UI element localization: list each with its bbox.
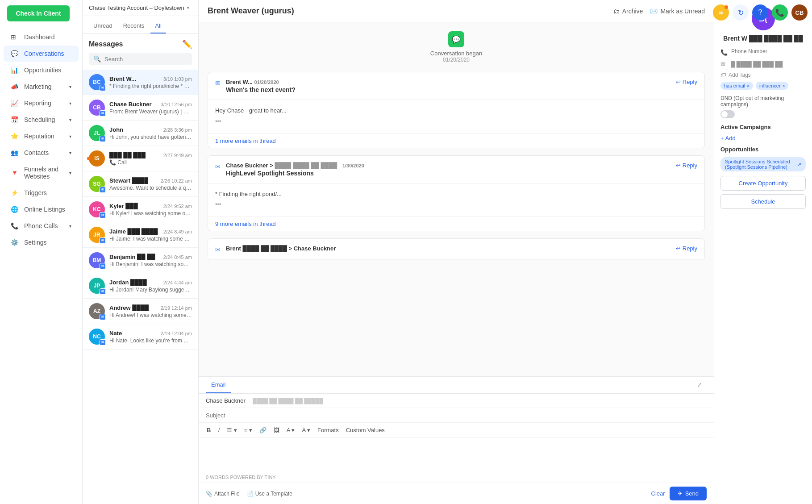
clear-button[interactable]: Clear — [651, 490, 665, 497]
custom-values-button[interactable]: Custom Values — [343, 425, 387, 435]
email-subject: When's the next event? — [226, 86, 676, 93]
subject-input[interactable] — [206, 412, 707, 419]
message-item[interactable]: JR ✉ Jaime ███ ████ 2/24 8:49 am Hi Jaim… — [83, 222, 198, 248]
ordered-list-button[interactable]: ≡ ▾ — [242, 425, 255, 435]
remove-tag-button[interactable]: × — [783, 83, 785, 88]
bold-button[interactable]: B — [204, 425, 213, 435]
tab-all[interactable]: All — [150, 20, 166, 33]
mark-unread-button[interactable]: ✉️ Mark as Unread — [650, 8, 705, 15]
create-opportunity-button[interactable]: Create Opportunity — [720, 176, 806, 191]
formats-button[interactable]: Formats — [315, 425, 341, 435]
message-preview: Hi Benjamin! I was watching some ... — [109, 261, 192, 267]
compose-button[interactable]: ✏️ — [182, 39, 192, 49]
message-avatar: BM ✉ — [89, 252, 105, 268]
phone-icon[interactable]: 📞 — [772, 4, 788, 21]
message-item[interactable]: BM ✉ Benjamin ██ ██ 2/24 8:45 am Hi Benj… — [83, 248, 198, 273]
more-emails-link-1[interactable]: 1 more emails in thread — [208, 133, 704, 148]
message-sender: Nate — [109, 330, 122, 337]
nav-item-dashboard[interactable]: ⊞ Dashboard — [4, 29, 79, 45]
message-item[interactable]: SG ✉ Stewart ████ 2/26 10:22 am Awesome.… — [83, 171, 198, 197]
remove-tag-button[interactable]: × — [747, 83, 750, 88]
reply-button-1[interactable]: ↩ CBReply — [676, 79, 697, 85]
messages-panel: Chase Testing Account – Doylestown ▾ Unr… — [83, 0, 199, 504]
send-button[interactable]: ✈ Send — [670, 487, 707, 500]
compose-body-area[interactable] — [199, 438, 714, 474]
message-type-icon: ✉ — [100, 339, 106, 346]
tab-unread[interactable]: Unread — [89, 20, 117, 33]
archive-button[interactable]: 🗂 Archive — [613, 8, 643, 15]
nav-item-funnels-and-websites[interactable]: 🔻 Funnels and Websites ▾ — [4, 161, 79, 184]
message-sender: John — [109, 126, 123, 133]
nav-item-triggers[interactable]: ⚡ Triggers — [4, 185, 79, 201]
compose-subject — [199, 408, 714, 423]
attach-file-button[interactable]: 📎 Attach File — [206, 491, 240, 497]
nav-item-phone-calls[interactable]: 📞 Phone Calls ▾ — [4, 218, 79, 234]
message-top: Stewart ████ 2/26 10:22 am — [109, 177, 192, 184]
message-item[interactable]: BC ✉ Brent W... 3/10 1:03 pm * Finding t… — [83, 70, 198, 95]
bullet-list-button[interactable]: ☰ ▾ — [224, 425, 240, 435]
contact-tag: influencer× — [756, 82, 789, 90]
message-content: Kyler ███ 2/24 9:52 am Hi Kyler! I was w… — [109, 203, 192, 217]
refresh-icon[interactable]: ↻ — [733, 4, 749, 21]
message-item[interactable]: NC ✉ Nate 2/19 12:04 pm Hi Nate. Looks l… — [83, 324, 198, 350]
message-content: Jaime ███ ████ 2/24 8:49 am Hi Jaime! I … — [109, 228, 192, 242]
user-avatar-top[interactable]: CB — [791, 4, 808, 21]
notifications-icon[interactable]: ≡ — [713, 4, 729, 21]
message-type-icon: ✉ — [100, 212, 106, 218]
italic-button[interactable]: I — [215, 425, 222, 435]
message-item[interactable]: JL ✉ John 2/28 3:36 pm Hi John, you shou… — [83, 121, 198, 146]
message-preview: From: Brent Weaver (ugurus) | Bren... — [109, 108, 192, 115]
message-type-icon: ✉ — [100, 314, 106, 320]
more-emails-link-2[interactable]: 9 more emails in thread — [208, 217, 704, 231]
message-type-icon: ✉ — [100, 136, 106, 142]
message-item[interactable]: KC ✉ Kyler ███ 2/24 9:52 am Hi Kyler! I … — [83, 197, 198, 222]
message-preview: Hi Kyler! I was watching some of yo... — [109, 210, 192, 217]
nav-item-conversations[interactable]: 💬 Conversations — [4, 46, 79, 62]
nav-icon: ⭐ — [11, 133, 20, 140]
message-preview: * Finding the right pond/niche * Ho... — [109, 83, 192, 89]
reply-button-2[interactable]: ↩ Reply — [676, 162, 697, 169]
tab-recents[interactable]: Recents — [119, 20, 149, 33]
dnd-toggle[interactable] — [720, 110, 735, 118]
message-sender: Stewart ████ — [109, 177, 148, 184]
message-top: John 2/28 3:36 pm — [109, 126, 192, 133]
message-item[interactable]: AZ ✉ Andrew ████ 2/19 12:14 pm Hi Andrew… — [83, 299, 198, 324]
nav-item-reputation[interactable]: ⭐ Reputation ▾ — [4, 128, 79, 144]
account-name: Chase Testing Account – Doylestown — [89, 4, 184, 11]
reply-button-3[interactable]: ↩ Reply — [676, 245, 697, 252]
message-item[interactable]: JP ✉ Jordan ████ 2/24 4:44 am Hi Jordan!… — [83, 273, 198, 299]
tag-icon: 🏷 — [720, 72, 726, 78]
account-selector[interactable]: Chase Testing Account – Doylestown ▾ — [83, 0, 198, 16]
message-preview: Hi Andrew! I was watching some of... — [109, 312, 192, 318]
message-top: Brent W... 3/10 1:03 pm — [109, 75, 192, 82]
campaign-badge[interactable]: Spotlight Sessions Scheduled (Spotlight … — [720, 157, 806, 171]
message-preview: Hi Jaime! I was watching some of y... — [109, 236, 192, 242]
help-icon[interactable]: ? — [752, 4, 768, 21]
search-input[interactable] — [104, 56, 187, 62]
nav-item-settings[interactable]: ⚙️ Settings — [4, 234, 79, 250]
nav-item-opportunities[interactable]: 📊 Opportunities — [4, 62, 79, 78]
compose-tab-email[interactable]: Email — [206, 377, 231, 393]
add-campaign-button[interactable]: + Add — [720, 135, 806, 142]
compose-tabs: Email ⤢ — [199, 377, 714, 394]
link-button[interactable]: 🔗 — [257, 425, 269, 435]
nav-arrow: ▾ — [69, 117, 71, 122]
use-template-button[interactable]: 📄 Use a Template — [247, 491, 292, 497]
check-in-button[interactable]: Check In Client — [7, 5, 70, 21]
nav-icon: 🌐 — [11, 206, 20, 213]
phone-input[interactable] — [731, 48, 806, 56]
nav-item-scheduling[interactable]: 📅 Scheduling ▾ — [4, 112, 79, 128]
message-item[interactable]: IS ███ ██ ███ 2/27 9:49 am 📞 Call — [83, 146, 198, 171]
message-item[interactable]: CB ✉ Chase Buckner 3/10 12:56 pm From: B… — [83, 95, 198, 121]
message-type-icon: ✉ — [100, 187, 106, 193]
send-label: Send — [685, 490, 699, 497]
schedule-button[interactable]: Schedule — [720, 194, 806, 209]
image-button[interactable]: 🖼 — [271, 425, 282, 435]
compose-expand-button[interactable]: ⤢ — [692, 377, 707, 393]
text-color-button[interactable]: A ▾ — [284, 425, 298, 435]
nav-item-online-listings[interactable]: 🌐 Online Listings — [4, 201, 79, 217]
nav-item-marketing[interactable]: 📣 Marketing ▾ — [4, 79, 79, 95]
nav-item-contacts[interactable]: 👥 Contacts ▾ — [4, 145, 79, 161]
bg-color-button[interactable]: A ▾ — [299, 425, 313, 435]
nav-item-reporting[interactable]: 📈 Reporting ▾ — [4, 95, 79, 111]
